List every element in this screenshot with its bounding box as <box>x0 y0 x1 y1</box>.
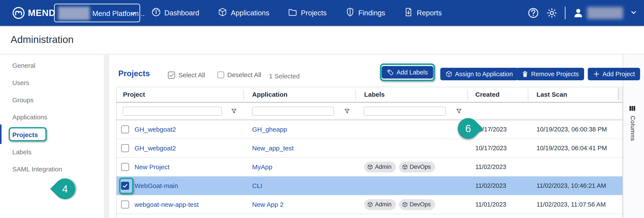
column-header-application[interactable]: Application <box>252 91 288 98</box>
project-filter-input[interactable] <box>123 107 222 116</box>
label-chip: DevOps <box>399 199 435 210</box>
selected-count: 1 Selected <box>269 73 300 80</box>
application-link[interactable]: MyApp <box>252 158 272 176</box>
sidebar-item-label: Groups <box>12 97 34 104</box>
table-row-webgoat-new-app-test[interactable]: webgoat-new-app-testNew App 2AdminDevOps… <box>116 195 622 214</box>
column-separator <box>244 89 244 100</box>
created-date: 11/02/2023 <box>475 177 506 195</box>
columns-icon <box>629 105 636 112</box>
help-icon[interactable] <box>528 7 539 18</box>
cube-icon <box>218 7 227 18</box>
sidebar-item-users[interactable]: Users <box>12 79 29 87</box>
mend-administration-page: MEND Mend Platform... DashboardApplicati… <box>0 0 644 218</box>
sidebar-item-saml-integration[interactable]: SAML Integration <box>12 165 62 174</box>
step-annotation-box-add-labels: Add Labels <box>380 63 435 81</box>
column-header-last-scan[interactable]: Last Scan <box>536 91 567 98</box>
label-chip-text: DevOps <box>410 201 431 208</box>
deselect-all-icon <box>217 71 224 78</box>
label-cube-icon <box>367 202 373 208</box>
button-label: Assign to Application <box>455 71 513 78</box>
column-separator <box>356 89 356 100</box>
application-filter-input[interactable] <box>252 107 334 116</box>
sidebar-item-projects[interactable]: Projects <box>12 131 38 139</box>
cube-icon <box>446 71 452 78</box>
row-checkbox[interactable] <box>121 163 129 171</box>
sidebar-item-label: SAML Integration <box>12 166 62 173</box>
label-chip: Admin <box>364 162 396 172</box>
table-body: GH_webgoat2GH_gheapp10/17/202310/19/2023… <box>116 120 622 214</box>
label-cube-icon <box>402 202 408 208</box>
table-row-new-project[interactable]: New ProjectMyAppAdminDevOps11/02/2023 <box>116 158 622 177</box>
sidebar-item-groups[interactable]: Groups <box>12 96 34 105</box>
labels-cell: AdminDevOps <box>364 158 435 176</box>
add-labels-button[interactable]: Add Labels <box>382 66 433 79</box>
sidebar-item-labels[interactable]: Labels <box>12 148 31 156</box>
table-row-webgoat-main[interactable]: WebGoat-mainCLI11/02/202311/02/2023, 10:… <box>116 177 622 195</box>
tag-icon <box>387 69 394 76</box>
last-scan-date: 10/19/2023, 06:04:41 PM <box>536 139 607 157</box>
sidebar-item-applications[interactable]: Applications <box>12 113 47 121</box>
project-link[interactable]: GH_webgoat2 <box>134 120 176 139</box>
button-label: Add Project <box>602 71 635 78</box>
application-link[interactable]: New App 2 <box>252 195 284 214</box>
user-avatar-icon <box>573 7 584 18</box>
last-scan-date: 11/02/2023, 10:46:21 AM <box>536 177 606 195</box>
remove-projects-button[interactable]: Remove Projects <box>516 68 584 80</box>
sidebar-item-general[interactable]: General <box>12 61 36 70</box>
column-header-labels[interactable]: Labels <box>364 91 385 98</box>
brand-wordmark: MEND <box>28 8 56 18</box>
project-link[interactable]: New Project <box>134 158 170 176</box>
projects-table: ProjectApplicationLabelsCreatedLast Scan… <box>116 87 623 218</box>
nav-item-label: Projects <box>301 9 326 17</box>
nav-item-projects[interactable]: Projects <box>288 7 326 18</box>
add-project-button[interactable]: Add Project <box>588 68 640 80</box>
table-row-gh-webgoat2[interactable]: GH_webgoat2New_app_test10/17/202310/19/2… <box>116 139 622 158</box>
application-link[interactable]: CLI <box>252 177 262 195</box>
nav-item-reports[interactable]: Reports <box>404 7 442 18</box>
active-item-indicator <box>0 124 2 144</box>
project-filter-funnel-icon[interactable] <box>231 108 237 114</box>
project-link[interactable]: webgoat-new-app-test <box>134 195 199 214</box>
dashboard-gauge-icon <box>152 7 161 18</box>
select-all-button[interactable]: Select All <box>168 71 205 79</box>
user-chevron-down-icon[interactable] <box>630 9 637 17</box>
created-date: 11/02/2023 <box>475 158 506 176</box>
section-title: Projects <box>118 69 150 78</box>
labels-filter-input[interactable] <box>364 107 446 116</box>
created-date: 10/17/2023 <box>475 139 507 157</box>
main-navigation: DashboardApplicationsProjectsFindingsRep… <box>152 0 442 26</box>
table-row-gh-webgoat2[interactable]: GH_webgoat2GH_gheapp10/17/202310/19/2023… <box>116 120 622 139</box>
application-filter-funnel-icon[interactable] <box>344 108 350 114</box>
labels-filter-funnel-icon[interactable] <box>456 108 462 114</box>
org-selector-label: Mend Platform... <box>92 9 145 18</box>
org-selector-dropdown[interactable]: Mend Platform... <box>54 4 140 22</box>
last-scan-date: 10/19/2023, 06:00:38 PM <box>536 120 607 139</box>
project-link[interactable]: GH_webgoat2 <box>134 139 176 157</box>
redacted-username <box>587 7 623 19</box>
label-chip: Admin <box>364 199 396 210</box>
nav-item-label: Applications <box>231 9 269 17</box>
deselect-all-button[interactable]: Deselect All <box>217 71 261 79</box>
settings-gear-icon[interactable] <box>546 7 558 18</box>
nav-item-applications[interactable]: Applications <box>218 7 269 18</box>
label-chip: DevOps <box>399 162 435 172</box>
sidebar-item-label: General <box>12 62 36 69</box>
project-link[interactable]: WebGoat-main <box>134 177 178 195</box>
row-checkbox[interactable] <box>121 201 129 209</box>
sidebar-item-label: Users <box>12 79 29 87</box>
row-checkbox[interactable] <box>121 144 129 152</box>
column-header-created[interactable]: Created <box>475 91 500 98</box>
assign-to-application-button[interactable]: Assign to Application <box>440 68 518 80</box>
vertical-scrollbar[interactable] <box>618 88 620 100</box>
application-link[interactable]: GH_gheapp <box>252 120 287 139</box>
row-checkbox[interactable] <box>121 125 129 133</box>
mend-logo[interactable]: MEND <box>12 6 56 20</box>
nav-item-findings[interactable]: Findings <box>345 7 385 18</box>
nav-item-label: Reports <box>417 9 442 17</box>
navbar-right-cluster <box>528 0 637 26</box>
nav-item-dashboard[interactable]: Dashboard <box>152 7 199 18</box>
user-menu[interactable] <box>573 7 623 19</box>
column-header-project[interactable]: Project <box>123 91 145 98</box>
sidebar-item-label: Labels <box>12 148 31 156</box>
application-link[interactable]: New_app_test <box>252 139 294 157</box>
